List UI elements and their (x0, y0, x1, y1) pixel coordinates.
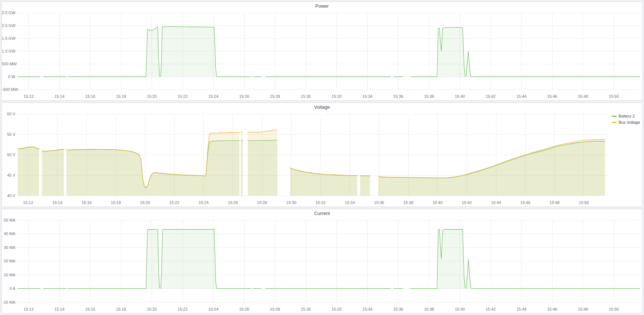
voltage-x-tick-label: 15:40 (430, 200, 446, 205)
current-x-tick-label: 15:20 (144, 307, 160, 311)
current-x-tick-label: 15:12 (21, 307, 37, 311)
power-x-tick-label: 15:50 (606, 94, 622, 99)
power-y-tick-label: 1.5 GW (2, 36, 15, 41)
voltage-legend: Battery 2Bus Voltage (612, 114, 640, 124)
voltage-x-tick-label: 15:50 (576, 200, 592, 205)
voltage-x-tick-label: 15:18 (108, 200, 124, 205)
voltage-x-tick-label: 15:30 (283, 200, 299, 205)
voltage-x-tick-label: 15:44 (488, 200, 504, 205)
voltage-x-tick-label: 15:20 (137, 200, 153, 205)
current-x-tick-label: 15:40 (452, 307, 468, 311)
voltage-y-tick-label: 45 V (2, 173, 15, 177)
voltage-y-tick-label: 60 V (2, 112, 15, 116)
power-x-tick-label: 15:48 (575, 94, 591, 99)
power-y-tick-label: 2.5 GW (2, 11, 15, 15)
current-plot-area[interactable]: 50 MA40 MA30 MA20 MA10 MA0 A-10 MA15:121… (2, 218, 642, 313)
voltage-x-tick-label: 15:12 (20, 200, 36, 205)
power-x-tick-label: 15:24 (206, 94, 222, 99)
power-x-tick-label: 15:38 (421, 94, 437, 99)
power-x-tick-label: 15:26 (236, 94, 252, 99)
current-x-tick-label: 15:24 (206, 307, 222, 311)
legend-label: Bus Voltage (618, 120, 640, 124)
voltage-x-tick-label: 15:22 (166, 200, 182, 205)
power-y-tick-label: -500 MW (2, 87, 15, 92)
current-x-tick-label: 15:34 (359, 307, 375, 311)
power-x-tick-label: 15:22 (175, 94, 191, 99)
legend-item-bus-voltage[interactable]: Bus Voltage (612, 120, 640, 124)
power-x-tick-label: 15:30 (298, 94, 314, 99)
current-x-tick-label: 15:36 (390, 307, 406, 311)
power-y-tick-label: 2.0 GW (2, 23, 15, 28)
power-x-tick-label: 15:42 (483, 94, 499, 99)
current-y-tick-label: 40 MA (2, 231, 15, 236)
legend-item-battery-2[interactable]: Battery 2 (612, 114, 635, 118)
current-y-tick-label: 50 MA (2, 218, 15, 222)
panel-voltage-title: Voltage (2, 103, 642, 112)
legend-swatch-icon (612, 122, 617, 123)
panel-voltage: Voltage 60 V55 V50 V45 V40 V15:1215:1415… (1, 103, 643, 207)
power-x-tick-label: 15:32 (329, 94, 345, 99)
current-x-tick-label: 15:22 (175, 307, 191, 311)
current-x-tick-label: 15:14 (51, 307, 67, 311)
voltage-x-tick-label: 15:36 (371, 200, 387, 205)
current-y-tick-label: 30 MA (2, 245, 15, 250)
current-x-tick-label: 15:26 (236, 307, 252, 311)
current-x-tick-label: 15:44 (514, 307, 530, 311)
current-y-tick-label: -10 MA (2, 300, 15, 304)
current-x-tick-label: 15:18 (113, 307, 129, 311)
power-plot-area[interactable]: 2.5 GW2.0 GW1.5 GW1.0 GW500 MW0 W-500 MW… (2, 11, 642, 100)
dashboard: Power 2.5 GW2.0 GW1.5 GW1.0 GW500 MW0 W-… (0, 0, 644, 315)
current-x-tick-label: 15:30 (298, 307, 314, 311)
voltage-x-tick-label: 15:14 (49, 200, 65, 205)
current-x-tick-label: 15:42 (483, 307, 499, 311)
voltage-x-tick-label: 15:26 (225, 200, 241, 205)
power-x-tick-label: 15:16 (82, 94, 98, 99)
current-x-tick-label: 15:46 (544, 307, 560, 311)
power-x-tick-label: 15:20 (144, 94, 160, 99)
power-x-tick-label: 15:44 (514, 94, 530, 99)
current-chart-canvas[interactable] (18, 218, 640, 306)
voltage-x-tick-label: 15:16 (79, 200, 95, 205)
power-x-tick-label: 15:46 (544, 94, 560, 99)
voltage-x-tick-label: 15:46 (517, 200, 533, 205)
voltage-x-tick-label: 15:48 (547, 200, 563, 205)
voltage-chart-canvas[interactable] (18, 112, 609, 199)
current-x-tick-label: 15:48 (575, 307, 591, 311)
power-x-tick-label: 15:34 (359, 94, 375, 99)
voltage-y-tick-label: 40 V (2, 193, 15, 198)
current-x-tick-label: 15:28 (267, 307, 283, 311)
voltage-x-tick-label: 15:38 (400, 200, 416, 205)
current-x-tick-label: 15:32 (329, 307, 345, 311)
current-x-tick-label: 15:16 (82, 307, 98, 311)
power-x-tick-label: 15:18 (113, 94, 129, 99)
panel-current-title: Current (2, 209, 642, 218)
panel-power: Power 2.5 GW2.0 GW1.5 GW1.0 GW500 MW0 W-… (1, 1, 643, 101)
voltage-x-tick-label: 15:42 (459, 200, 475, 205)
voltage-y-tick-label: 55 V (2, 132, 15, 137)
legend-swatch-icon (612, 116, 617, 117)
current-y-tick-label: 0 A (2, 286, 15, 291)
voltage-y-tick-label: 50 V (2, 153, 15, 157)
voltage-x-tick-label: 15:34 (342, 200, 358, 205)
power-y-tick-label: 500 MW (2, 62, 15, 66)
current-y-tick-label: 20 MA (2, 259, 15, 263)
voltage-plot-area[interactable]: 60 V55 V50 V45 V40 V15:1215:1415:1615:18… (2, 112, 642, 207)
current-y-tick-label: 10 MA (2, 273, 15, 277)
power-x-tick-label: 15:40 (452, 94, 468, 99)
panel-power-title: Power (2, 2, 642, 11)
voltage-x-tick-label: 15:28 (254, 200, 270, 205)
power-y-tick-label: 1.0 GW (2, 49, 15, 53)
power-y-tick-label: 0 W (2, 74, 15, 79)
power-x-tick-label: 15:14 (51, 94, 67, 99)
power-x-tick-label: 15:28 (267, 94, 283, 99)
voltage-x-tick-label: 15:32 (313, 200, 329, 205)
current-x-tick-label: 15:50 (606, 307, 622, 311)
power-x-tick-label: 15:36 (390, 94, 406, 99)
panel-current: Current 50 MA40 MA30 MA20 MA10 MA0 A-10 … (1, 209, 643, 314)
legend-label: Battery 2 (618, 114, 635, 118)
power-chart-canvas[interactable] (18, 11, 640, 93)
voltage-x-tick-label: 15:24 (196, 200, 212, 205)
current-x-tick-label: 15:38 (421, 307, 437, 311)
power-x-tick-label: 15:12 (21, 94, 37, 99)
